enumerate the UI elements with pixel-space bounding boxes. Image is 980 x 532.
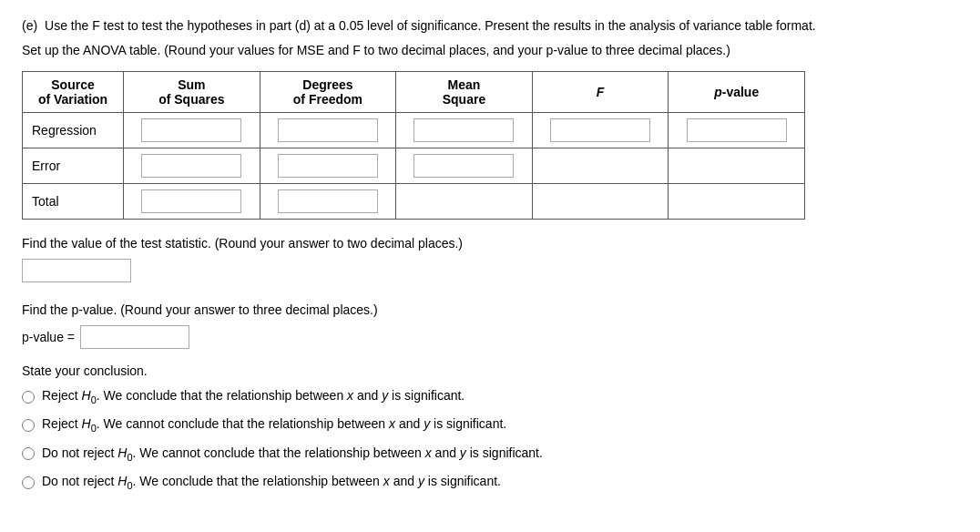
total-pvalue-cell	[669, 184, 805, 220]
p-value-input-wrapper: p-value =	[22, 325, 189, 349]
conclusion-radio-4[interactable]	[22, 476, 35, 489]
conclusion-label: State your conclusion.	[22, 362, 958, 381]
error-ms-input[interactable]	[413, 154, 514, 178]
regression-df-input[interactable]	[278, 118, 378, 142]
part-e-label: (e)	[22, 18, 37, 33]
col-header-sum-of-squares: Sumof Squares	[124, 72, 260, 113]
row-label-regression: Regression	[23, 113, 124, 148]
error-ss-input[interactable]	[141, 154, 241, 178]
regression-df-cell	[260, 113, 396, 148]
regression-pvalue-input[interactable]	[687, 118, 787, 142]
regression-f-cell	[532, 113, 669, 148]
regression-ms-input[interactable]	[413, 118, 514, 142]
total-f-cell	[532, 184, 669, 220]
conclusion-option-3-text: Do not reject H0. We cannot conclude tha…	[42, 444, 543, 465]
col-header-f: F	[532, 72, 669, 113]
error-df-input[interactable]	[278, 154, 378, 178]
col-header-p-value: p-value	[669, 72, 805, 113]
total-df-input[interactable]	[278, 189, 378, 213]
table-row-regression: Regression	[23, 113, 805, 148]
row-label-total: Total	[23, 184, 124, 220]
test-statistic-instruction: Find the value of the test statistic. (R…	[22, 234, 958, 253]
conclusion-option-1-text: Reject H0. We conclude that the relation…	[42, 386, 464, 407]
row-label-error: Error	[23, 148, 124, 184]
col-header-degrees-of-freedom: Degreesof Freedom	[260, 72, 396, 113]
regression-pvalue-cell	[669, 113, 805, 148]
col-header-mean-square: MeanSquare	[396, 72, 533, 113]
conclusion-radio-3[interactable]	[22, 447, 35, 460]
conclusion-option-1[interactable]: Reject H0. We conclude that the relation…	[22, 386, 958, 407]
regression-sum-of-squares-cell	[124, 113, 260, 148]
total-df-cell	[260, 184, 396, 220]
conclusion-option-3[interactable]: Do not reject H0. We cannot conclude tha…	[22, 444, 958, 465]
error-ss-cell	[124, 148, 260, 184]
part-e-text: Use the F test to test the hypotheses in…	[45, 18, 816, 33]
col-header-source: Sourceof Variation	[23, 72, 124, 113]
total-ss-cell	[124, 184, 260, 220]
anova-instruction: Set up the ANOVA table. (Round your valu…	[22, 41, 958, 60]
anova-table: Sourceof Variation Sumof Squares Degrees…	[22, 71, 805, 220]
total-ms-cell	[396, 184, 533, 220]
test-statistic-input-wrapper	[22, 259, 958, 288]
conclusion-radio-group: Reject H0. We conclude that the relation…	[22, 386, 958, 493]
conclusion-option-4[interactable]: Do not reject H0. We conclude that the r…	[22, 472, 958, 493]
error-f-cell	[532, 148, 669, 184]
error-ms-cell	[396, 148, 533, 184]
conclusion-option-4-text: Do not reject H0. We conclude that the r…	[42, 472, 501, 493]
conclusion-option-2[interactable]: Reject H0. We cannot conclude that the r…	[22, 414, 958, 435]
regression-ss-input[interactable]	[141, 118, 241, 142]
p-value-instruction: Find the p-value. (Round your answer to …	[22, 301, 958, 320]
error-pvalue-cell	[669, 148, 805, 184]
conclusion-option-2-text: Reject H0. We cannot conclude that the r…	[42, 414, 506, 435]
regression-f-input[interactable]	[550, 118, 650, 142]
error-df-cell	[260, 148, 396, 184]
regression-ms-cell	[396, 113, 533, 148]
total-ss-input[interactable]	[141, 189, 241, 213]
table-row-total: Total	[23, 184, 805, 220]
conclusion-radio-1[interactable]	[22, 391, 35, 404]
table-row-error: Error	[23, 148, 805, 184]
conclusion-radio-2[interactable]	[22, 419, 35, 432]
p-value-input[interactable]	[80, 325, 189, 349]
test-statistic-input[interactable]	[22, 259, 131, 282]
p-value-label: p-value =	[22, 330, 75, 344]
